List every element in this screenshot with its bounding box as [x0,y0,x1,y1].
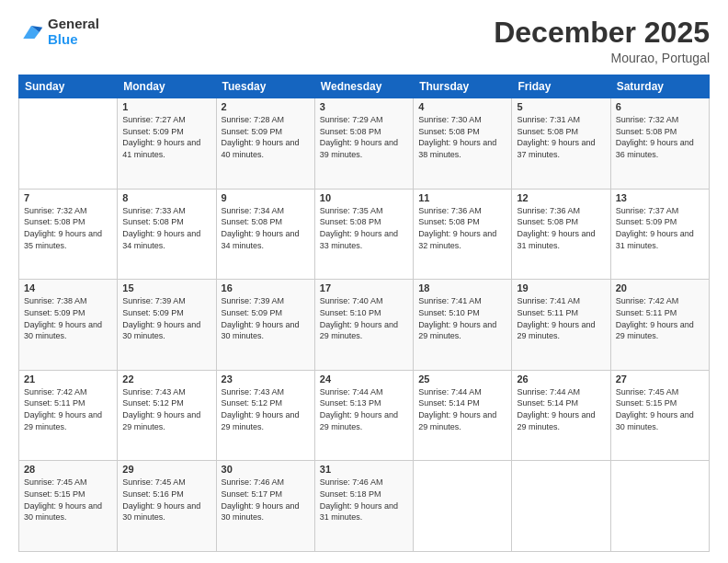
calendar-cell [414,461,512,552]
day-number: 30 [222,464,310,475]
calendar-cell [512,461,610,552]
day-info: Sunrise: 7:38 AMSunset: 5:09 PMDaylight:… [24,295,112,341]
logo-text: General Blue [48,17,99,47]
day-number: 20 [616,282,704,293]
page: General Blue December 2025 Mourao, Portu… [0,0,728,563]
day-number: 18 [418,282,506,293]
calendar-cell: 13Sunrise: 7:37 AMSunset: 5:09 PMDayligh… [610,189,709,280]
day-number: 19 [517,282,605,293]
day-info: Sunrise: 7:43 AMSunset: 5:12 PMDaylight:… [122,386,210,432]
day-info: Sunrise: 7:33 AMSunset: 5:08 PMDaylight:… [122,205,210,251]
day-info: Sunrise: 7:44 AMSunset: 5:14 PMDaylight:… [418,386,506,432]
calendar-cell: 2Sunrise: 7:28 AMSunset: 5:09 PMDaylight… [216,98,314,190]
col-tuesday: Tuesday [216,75,314,98]
day-number: 27 [616,373,704,385]
calendar-table: Sunday Monday Tuesday Wednesday Thursday… [18,75,710,552]
day-number: 15 [122,282,210,293]
col-saturday: Saturday [610,75,709,98]
day-info: Sunrise: 7:45 AMSunset: 5:16 PMDaylight:… [122,477,210,523]
day-info: Sunrise: 7:43 AMSunset: 5:12 PMDaylight:… [222,386,310,432]
day-number: 9 [222,192,310,203]
day-number: 25 [418,373,506,385]
day-number: 22 [122,373,210,385]
day-number: 26 [517,373,605,385]
calendar-cell [610,461,709,552]
day-number: 6 [616,101,704,112]
col-monday: Monday [118,75,216,98]
day-info: Sunrise: 7:41 AMSunset: 5:10 PMDaylight:… [418,295,506,341]
day-info: Sunrise: 7:36 AMSunset: 5:08 PMDaylight:… [517,205,605,251]
week-row-4: 21Sunrise: 7:42 AMSunset: 5:11 PMDayligh… [19,370,710,461]
day-info: Sunrise: 7:45 AMSunset: 5:15 PMDaylight:… [616,386,704,432]
day-info: Sunrise: 7:39 AMSunset: 5:09 PMDaylight:… [122,295,210,341]
calendar-cell: 26Sunrise: 7:44 AMSunset: 5:14 PMDayligh… [512,370,610,461]
day-number: 17 [320,282,408,293]
day-number: 5 [517,101,605,112]
calendar-cell: 23Sunrise: 7:43 AMSunset: 5:12 PMDayligh… [216,370,314,461]
calendar-cell: 4Sunrise: 7:30 AMSunset: 5:08 PMDaylight… [414,98,512,190]
day-info: Sunrise: 7:32 AMSunset: 5:08 PMDaylight:… [616,114,704,160]
col-wednesday: Wednesday [314,75,413,98]
day-number: 14 [24,282,112,293]
calendar-cell: 15Sunrise: 7:39 AMSunset: 5:09 PMDayligh… [118,280,216,371]
day-number: 13 [616,192,704,203]
location-subtitle: Mourao, Portugal [494,51,710,65]
day-info: Sunrise: 7:44 AMSunset: 5:14 PMDaylight:… [517,386,605,432]
calendar-cell: 25Sunrise: 7:44 AMSunset: 5:14 PMDayligh… [414,370,512,461]
header-row: Sunday Monday Tuesday Wednesday Thursday… [19,75,710,98]
day-number: 4 [418,101,506,112]
calendar-cell: 30Sunrise: 7:46 AMSunset: 5:17 PMDayligh… [216,461,314,552]
day-info: Sunrise: 7:34 AMSunset: 5:08 PMDaylight:… [222,205,310,251]
day-number: 28 [24,464,112,475]
col-sunday: Sunday [19,75,118,98]
logo-blue: Blue [48,32,99,48]
day-info: Sunrise: 7:35 AMSunset: 5:08 PMDaylight:… [320,205,408,251]
logo-icon [18,19,44,45]
day-info: Sunrise: 7:42 AMSunset: 5:11 PMDaylight:… [616,295,704,341]
day-number: 3 [320,101,408,112]
calendar-cell: 19Sunrise: 7:41 AMSunset: 5:11 PMDayligh… [512,280,610,371]
calendar-cell: 18Sunrise: 7:41 AMSunset: 5:10 PMDayligh… [414,280,512,371]
week-row-1: 1Sunrise: 7:27 AMSunset: 5:09 PMDaylight… [19,98,710,190]
day-number: 16 [222,282,310,293]
day-number: 31 [320,464,408,475]
day-info: Sunrise: 7:27 AMSunset: 5:09 PMDaylight:… [122,114,210,160]
calendar-cell: 31Sunrise: 7:46 AMSunset: 5:18 PMDayligh… [314,461,413,552]
day-number: 29 [122,464,210,475]
day-info: Sunrise: 7:42 AMSunset: 5:11 PMDaylight:… [24,386,112,432]
calendar-cell: 16Sunrise: 7:39 AMSunset: 5:09 PMDayligh… [216,280,314,371]
month-title: December 2025 [494,17,710,49]
calendar-cell: 5Sunrise: 7:31 AMSunset: 5:08 PMDaylight… [512,98,610,190]
day-info: Sunrise: 7:32 AMSunset: 5:08 PMDaylight:… [24,205,112,251]
calendar-cell: 21Sunrise: 7:42 AMSunset: 5:11 PMDayligh… [19,370,118,461]
day-number: 8 [122,192,210,203]
calendar-cell [19,98,118,190]
day-number: 7 [24,192,112,203]
calendar-cell: 24Sunrise: 7:44 AMSunset: 5:13 PMDayligh… [314,370,413,461]
day-number: 12 [517,192,605,203]
day-number: 1 [122,101,210,112]
calendar-cell: 28Sunrise: 7:45 AMSunset: 5:15 PMDayligh… [19,461,118,552]
calendar-cell: 20Sunrise: 7:42 AMSunset: 5:11 PMDayligh… [610,280,709,371]
week-row-3: 14Sunrise: 7:38 AMSunset: 5:09 PMDayligh… [19,280,710,371]
calendar-cell: 8Sunrise: 7:33 AMSunset: 5:08 PMDaylight… [118,189,216,280]
calendar-cell: 27Sunrise: 7:45 AMSunset: 5:15 PMDayligh… [610,370,709,461]
day-number: 10 [320,192,408,203]
day-number: 23 [222,373,310,385]
day-info: Sunrise: 7:46 AMSunset: 5:18 PMDaylight:… [320,477,408,523]
day-number: 2 [222,101,310,112]
day-number: 11 [418,192,506,203]
col-friday: Friday [512,75,610,98]
calendar-cell: 6Sunrise: 7:32 AMSunset: 5:08 PMDaylight… [610,98,709,190]
day-info: Sunrise: 7:45 AMSunset: 5:15 PMDaylight:… [24,477,112,523]
day-info: Sunrise: 7:36 AMSunset: 5:08 PMDaylight:… [418,205,506,251]
day-info: Sunrise: 7:30 AMSunset: 5:08 PMDaylight:… [418,114,506,160]
day-info: Sunrise: 7:31 AMSunset: 5:08 PMDaylight:… [517,114,605,160]
day-info: Sunrise: 7:46 AMSunset: 5:17 PMDaylight:… [222,477,310,523]
col-thursday: Thursday [414,75,512,98]
day-info: Sunrise: 7:39 AMSunset: 5:09 PMDaylight:… [222,295,310,341]
calendar-cell: 12Sunrise: 7:36 AMSunset: 5:08 PMDayligh… [512,189,610,280]
calendar-cell: 17Sunrise: 7:40 AMSunset: 5:10 PMDayligh… [314,280,413,371]
day-info: Sunrise: 7:37 AMSunset: 5:09 PMDaylight:… [616,205,704,251]
calendar-cell: 29Sunrise: 7:45 AMSunset: 5:16 PMDayligh… [118,461,216,552]
